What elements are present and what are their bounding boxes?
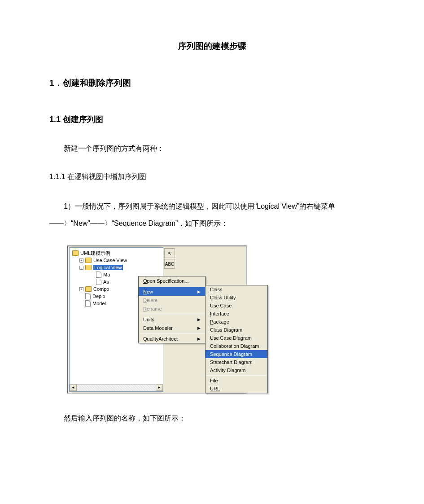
submenu-url[interactable]: URL [205, 385, 267, 393]
submenu-activity-diagram[interactable]: Activity Diagram [205, 366, 267, 374]
horizontal-scrollbar[interactable]: ◄ ► [70, 384, 163, 391]
tree-label: Model [92, 301, 106, 306]
expand-icon[interactable]: + [79, 287, 83, 291]
scroll-left-button[interactable]: ◄ [70, 385, 77, 391]
menu-data-modeler[interactable]: Data Modeler▶ [139, 324, 205, 332]
submenu-arrow-icon: ▶ [197, 289, 201, 294]
submenu-class-utility[interactable]: Class Utility [205, 294, 267, 302]
text-tool-button[interactable]: ABC [164, 259, 175, 269]
context-menu: Open Specification... New▶ Delete Rename… [138, 276, 205, 343]
tree-label: Compo [93, 286, 109, 292]
submenu-class[interactable]: Class [205, 285, 267, 294]
new-submenu: Class Class Utility Use Case Interface P… [205, 285, 268, 393]
section-1-1-heading: 1.1 创建序列图 [49, 114, 375, 125]
file-icon [96, 272, 101, 278]
menu-rename: Rename [139, 304, 205, 313]
section-1-1-para: 新建一个序列图的方式有两种： [49, 143, 375, 154]
submenu-statechart-diagram[interactable]: Statechart Diagram [205, 358, 267, 366]
folder-icon [72, 250, 79, 256]
file-icon [96, 279, 101, 285]
menu-delete: Delete [139, 296, 205, 304]
submenu-package[interactable]: Package [205, 318, 267, 326]
section-1-1-1-para: 1）一般情况下，序列图属于系统的逻辑模型，因此可以使用“Logical View… [49, 198, 375, 232]
submenu-use-case-diagram[interactable]: Use Case Diagram [205, 334, 267, 342]
submenu-file[interactable]: File [205, 377, 267, 385]
menu-open-specification[interactable]: Open Specification... [139, 276, 205, 285]
submenu-use-case[interactable]: Use Case [205, 302, 267, 310]
folder-icon [85, 265, 92, 270]
rose-screenshot: UML建模示例 + Use Case View - Logical View M… [67, 245, 247, 394]
menu-separator [206, 375, 267, 376]
tree-item-logical-view[interactable]: - Logical View [71, 264, 162, 271]
menu-units[interactable]: Units▶ [139, 315, 205, 324]
menu-new[interactable]: New▶ [139, 287, 205, 296]
tree-label: Use Case View [93, 258, 127, 263]
menu-quality-architect[interactable]: QualityArchitect▶ [139, 334, 205, 343]
tree-label: Deplo [92, 294, 105, 299]
submenu-class-diagram[interactable]: Class Diagram [205, 326, 267, 334]
tree-label: As [103, 279, 109, 285]
tree-root[interactable]: UML建模示例 [71, 250, 162, 257]
folder-icon [85, 286, 92, 292]
document-title: 序列图的建模步骤 [49, 40, 375, 52]
file-icon [85, 300, 91, 307]
folder-icon [85, 258, 92, 263]
expand-icon[interactable]: + [79, 259, 83, 263]
file-icon [85, 293, 91, 299]
scroll-right-button[interactable]: ► [156, 385, 163, 391]
tree-root-label: UML建模示例 [80, 250, 110, 257]
pointer-tool-button[interactable]: ↖ [164, 248, 175, 258]
submenu-arrow-icon: ▶ [197, 326, 201, 330]
menu-separator [140, 286, 204, 286]
section-1-1-1-heading: 1.1.1 在逻辑视图中增加序列图 [49, 172, 375, 182]
after-image-para: 然后输入序列图的名称，如下图所示： [49, 412, 375, 424]
submenu-arrow-icon: ▶ [197, 337, 201, 341]
section-1-heading: 1．创建和删除序列图 [49, 77, 375, 89]
tree-item-usecase[interactable]: + Use Case View [71, 257, 162, 264]
tree-label: Logical View [93, 265, 123, 270]
submenu-arrow-icon: ▶ [197, 317, 201, 322]
submenu-collaboration-diagram[interactable]: Collaboration Diagram [205, 342, 267, 350]
menu-separator [140, 333, 204, 333]
scroll-track[interactable] [77, 385, 156, 391]
submenu-sequence-diagram[interactable]: Sequence Diagram [205, 350, 267, 358]
tree-label: Ma [103, 272, 110, 277]
menu-separator [140, 314, 204, 314]
submenu-interface[interactable]: Interface [205, 310, 267, 318]
expand-icon[interactable]: - [79, 266, 83, 270]
